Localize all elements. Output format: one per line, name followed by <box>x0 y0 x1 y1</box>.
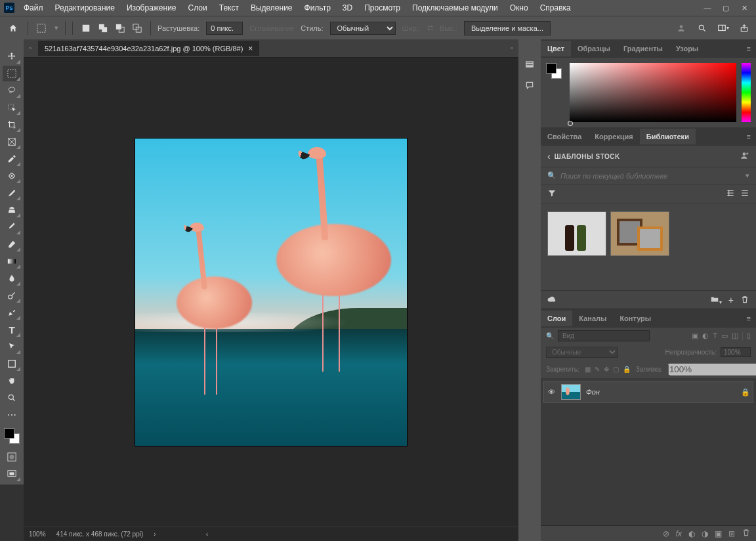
type-tool[interactable]: T <box>3 322 21 337</box>
document-tab[interactable]: 521a163af7435744e9304e32a231a62f.jpg @ 1… <box>38 41 259 56</box>
filter-shape-icon[interactable]: ▭ <box>721 332 728 340</box>
fx-icon[interactable]: fx <box>676 529 682 538</box>
view-list-icon[interactable] <box>740 188 749 199</box>
menu-file[interactable]: Файл <box>18 1 49 14</box>
tab-swatches[interactable]: Образцы <box>571 41 617 56</box>
add-selection-icon[interactable] <box>96 22 110 35</box>
delete-layer-icon[interactable] <box>742 528 751 539</box>
dropdown-icon[interactable]: ▾ <box>746 171 749 180</box>
collapse-left-icon[interactable]: » <box>29 45 34 51</box>
foreground-color-swatch[interactable] <box>4 428 14 439</box>
menu-filter[interactable]: Фильтр <box>299 1 336 14</box>
invite-icon[interactable] <box>740 151 749 162</box>
clone-stamp-tool[interactable] <box>3 202 21 218</box>
tab-gradients[interactable]: Градиенты <box>617 41 669 56</box>
feather-input[interactable] <box>206 22 243 35</box>
style-select[interactable]: Обычный <box>330 22 396 35</box>
zoom-tool[interactable] <box>3 390 21 406</box>
path-selection-tool[interactable] <box>3 339 21 355</box>
quick-mask-tool[interactable] <box>3 449 21 465</box>
crop-tool[interactable] <box>3 117 21 133</box>
frame-tool[interactable] <box>3 134 21 150</box>
layer-filter-input[interactable] <box>558 330 650 341</box>
hand-tool[interactable] <box>3 373 21 389</box>
blur-tool[interactable] <box>3 270 21 286</box>
fill-input[interactable] <box>668 363 756 376</box>
lock-artboard-icon[interactable]: ▢ <box>613 366 619 373</box>
back-icon[interactable]: ‹ <box>547 151 551 162</box>
menu-3d[interactable]: 3D <box>337 1 358 14</box>
panel-menu-icon[interactable]: ≡ <box>742 45 756 53</box>
menu-select[interactable]: Выделение <box>245 1 298 14</box>
view-grid-icon[interactable] <box>726 188 735 199</box>
pen-tool[interactable] <box>3 305 21 320</box>
close-tab-icon[interactable]: × <box>248 44 253 53</box>
menu-edit[interactable]: Редактирование <box>50 1 120 14</box>
tab-channels[interactable]: Каналы <box>572 311 613 326</box>
tab-paths[interactable]: Контуры <box>613 311 658 326</box>
lock-icon[interactable]: 🔒 <box>741 388 750 397</box>
new-layer-icon[interactable]: ⊞ <box>728 529 735 538</box>
history-panel-icon[interactable] <box>523 59 536 70</box>
eraser-tool[interactable] <box>3 236 21 252</box>
mask-icon[interactable]: ◐ <box>688 529 695 538</box>
tab-properties[interactable]: Свойства <box>541 129 588 144</box>
search-icon[interactable] <box>696 22 709 35</box>
share-icon[interactable] <box>738 22 751 35</box>
edit-toolbar[interactable]: ⋯ <box>3 407 21 423</box>
document-dimensions[interactable]: 414 пикс. x 468 пикс. (72 ppi) <box>56 530 144 538</box>
menu-view[interactable]: Просмотр <box>359 1 406 14</box>
blend-mode-select[interactable]: Обычные <box>546 347 618 358</box>
new-selection-icon[interactable] <box>79 22 93 35</box>
dodge-tool[interactable] <box>3 288 21 303</box>
visibility-toggle-icon[interactable]: 👁 <box>547 388 556 396</box>
menu-image[interactable]: Изображение <box>121 1 182 14</box>
marquee-tool[interactable] <box>3 66 21 81</box>
cloud-user-icon[interactable] <box>675 22 688 35</box>
cloud-icon[interactable] <box>547 295 556 305</box>
window-minimize[interactable]: — <box>700 3 715 12</box>
history-brush-tool[interactable] <box>3 219 21 235</box>
marquee-tool-preset-icon[interactable] <box>35 22 48 35</box>
healing-tool[interactable] <box>3 168 21 184</box>
object-selection-tool[interactable] <box>3 100 21 116</box>
subtract-selection-icon[interactable] <box>114 22 127 35</box>
library-search-input[interactable] <box>560 172 742 180</box>
menu-window[interactable]: Окно <box>505 1 534 14</box>
home-button[interactable] <box>5 20 21 36</box>
tab-layers[interactable]: Слои <box>541 311 572 326</box>
eyedropper-tool[interactable] <box>3 151 21 167</box>
menu-plugins[interactable]: Подключаемые модули <box>407 1 503 14</box>
canvas-viewport[interactable] <box>24 58 518 527</box>
lasso-tool[interactable] <box>3 83 21 98</box>
lock-pixels-icon[interactable]: ✎ <box>595 366 600 373</box>
library-item[interactable] <box>547 211 606 256</box>
status-expand-icon[interactable]: › <box>154 530 156 538</box>
layer-thumbnail[interactable] <box>561 384 581 400</box>
lock-all-icon[interactable]: 🔒 <box>623 366 631 373</box>
tab-color[interactable]: Цвет <box>541 41 571 56</box>
filter-toggle[interactable]: ▯ <box>742 332 751 340</box>
add-icon[interactable]: + <box>728 295 734 305</box>
layer-name[interactable]: Фон <box>586 388 600 396</box>
filter-adjust-icon[interactable]: ◐ <box>702 332 709 340</box>
tab-libraries[interactable]: Библиотеки <box>640 129 696 144</box>
comments-panel-icon[interactable] <box>523 80 536 91</box>
gradient-tool[interactable] <box>3 253 21 269</box>
brush-tool[interactable] <box>3 185 21 201</box>
panel-menu-icon[interactable]: ≡ <box>742 314 756 322</box>
panel-menu-icon[interactable]: ≡ <box>742 133 756 141</box>
layer-row[interactable]: 👁 Фон 🔒 <box>543 381 753 403</box>
select-and-mask-button[interactable]: Выделение и маска... <box>464 21 551 35</box>
zoom-level[interactable]: 100% <box>29 530 46 538</box>
group-icon[interactable]: ▣ <box>715 529 722 538</box>
collapse-right-icon[interactable]: « <box>511 45 518 51</box>
intersect-selection-icon[interactable] <box>131 22 144 35</box>
filter-pixel-icon[interactable]: ▣ <box>692 332 698 340</box>
menu-help[interactable]: Справка <box>535 1 576 14</box>
lock-position-icon[interactable]: ✥ <box>604 366 609 373</box>
screen-mode-tool[interactable] <box>3 466 21 482</box>
panel-color-swatches[interactable] <box>546 63 562 79</box>
workspace-icon[interactable]: ▾ <box>717 22 730 35</box>
adjustment-icon[interactable]: ◑ <box>702 529 708 538</box>
